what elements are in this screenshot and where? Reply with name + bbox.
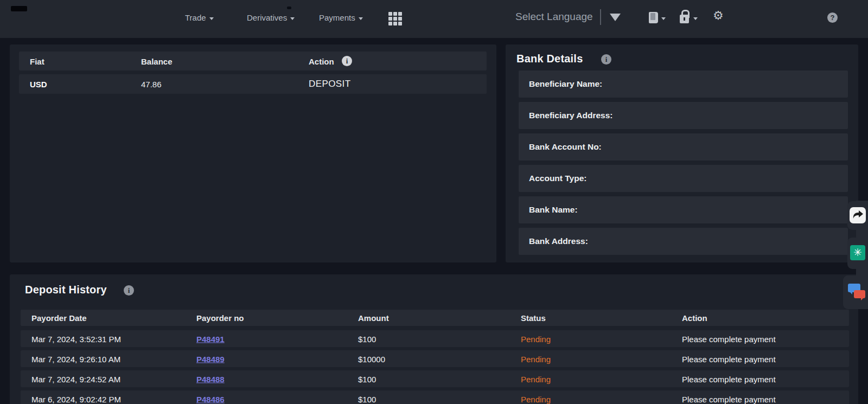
bank-detail-card: Bank Name: (519, 196, 848, 223)
bank-detail-label: Beneficiary Address: (529, 111, 613, 120)
nav-item-derivatives[interactable]: Derivatives (247, 13, 295, 22)
deposit-amount: $100 (358, 334, 376, 343)
fiat-currency: USD (30, 80, 47, 89)
share-redirect-icon[interactable] (850, 207, 866, 223)
deposit-history-row: Mar 7, 2024, 9:24:52 AMP48488$100Pending… (21, 370, 849, 387)
deposit-amount: $100 (358, 374, 376, 383)
fiat-balance-panel: Fiat Balance Action i USD47.86DEPOSIT (10, 44, 496, 262)
status-badge: Pending (521, 354, 551, 363)
redacted-mark (287, 7, 291, 9)
security-lock-icon[interactable] (680, 15, 689, 23)
chatgpt-extension-tab: ✳ (847, 238, 868, 269)
deposit-history-row: Mar 7, 2024, 9:26:10 AMP48489$10000Pendi… (21, 350, 849, 367)
deposit-amount: $10000 (358, 354, 385, 363)
bank-detail-label: Beneficiary Name: (529, 79, 602, 89)
status-col-header: Status (521, 313, 546, 323)
language-selector[interactable]: Select Language (515, 11, 593, 23)
status-badge: Pending (521, 394, 551, 403)
payorder-no-link[interactable]: P48489 (196, 354, 225, 363)
bank-detail-label: Account Type: (529, 174, 587, 183)
deposit-history-title: Deposit History (25, 284, 107, 296)
action-col-header: Action (309, 56, 334, 66)
action-message: Please complete payment (682, 374, 776, 383)
chevron-down-icon (359, 17, 363, 20)
payorder-no-col-header: Payorder no (196, 313, 244, 323)
action-message: Please complete payment (682, 334, 776, 343)
chatgpt-icon[interactable]: ✳ (850, 245, 865, 260)
payorder-date: Mar 6, 2024, 9:02:42 PM (31, 394, 121, 403)
deposit-action-link[interactable]: DEPOSIT (309, 79, 350, 89)
bank-detail-card: Beneficiary Address: (519, 102, 848, 129)
status-badge: Pending (521, 374, 551, 383)
page: TradeDerivativesPayments Select Language… (0, 0, 868, 404)
chevron-down-icon (209, 17, 214, 20)
deposit-history-panel: Deposit History i Payorder Date Payorder… (10, 274, 858, 404)
info-icon[interactable]: i (601, 54, 611, 65)
action-message: Please complete payment (682, 394, 776, 403)
payorder-no-link[interactable]: P48488 (196, 374, 225, 383)
chevron-down-icon[interactable] (661, 17, 666, 20)
fiat-table-row: USD47.86DEPOSIT (19, 74, 487, 94)
chat-extension-tab[interactable] (843, 275, 868, 309)
fiat-table-header: Fiat Balance Action i (19, 52, 487, 70)
payorder-date: Mar 7, 2024, 3:52:31 PM (31, 334, 121, 343)
bank-detail-label: Bank Address: (529, 236, 588, 246)
payorder-date: Mar 7, 2024, 9:26:10 AM (31, 354, 120, 363)
payorder-date: Mar 7, 2024, 9:24:52 AM (31, 374, 120, 383)
status-badge: Pending (521, 334, 551, 343)
payorder-no-link[interactable]: P48491 (196, 334, 225, 343)
fiat-balance-value: 47.86 (141, 80, 162, 89)
payorder-no-link[interactable]: P48486 (196, 394, 225, 403)
nav-item-payments[interactable]: Payments (319, 13, 363, 22)
deposit-table-header: Payorder Date Payorder no Amount Status … (21, 310, 849, 326)
fiat-col-header: Fiat (30, 56, 44, 66)
chat-bubble-icon (854, 290, 865, 298)
bank-details-panel: Bank Details i Beneficiary Name:Benefici… (506, 44, 858, 262)
bank-detail-card: Bank Account No: (519, 133, 848, 161)
deposit-history-row: Mar 6, 2024, 9:02:42 PMP48486$100Pending… (21, 390, 849, 404)
share-extension-tab (847, 201, 868, 230)
deposit-amount: $100 (358, 394, 376, 403)
language-dropdown-icon[interactable] (610, 14, 621, 21)
chevron-down-icon (290, 17, 295, 20)
nav-item-trade[interactable]: Trade (185, 13, 214, 22)
divider (600, 9, 601, 25)
deposit-history-row: Mar 7, 2024, 3:52:31 PMP48491$100Pending… (21, 330, 849, 347)
bank-detail-label: Bank Account No: (529, 142, 602, 152)
bank-detail-card: Beneficiary Name: (519, 70, 848, 98)
info-icon[interactable]: i (124, 285, 134, 296)
nav-item-label: Derivatives (247, 13, 287, 22)
nav-item-label: Payments (319, 13, 355, 22)
site-logo[interactable] (11, 6, 27, 11)
nav-item-label: Trade (185, 13, 206, 22)
action-col-header: Action (682, 313, 707, 323)
bank-detail-card: Account Type: (519, 165, 848, 192)
orders-book-icon[interactable] (649, 12, 658, 23)
chevron-down-icon[interactable] (693, 17, 698, 20)
bank-detail-label: Bank Name: (529, 205, 578, 215)
top-navigation-bar: TradeDerivativesPayments Select Language… (0, 0, 868, 38)
balance-col-header: Balance (141, 56, 173, 66)
action-message: Please complete payment (682, 354, 776, 363)
help-icon[interactable]: ? (827, 12, 838, 23)
settings-gear-icon[interactable]: ⚙ (713, 10, 724, 22)
apps-grid-icon[interactable] (388, 12, 403, 26)
curved-arrow-icon (852, 210, 864, 221)
payorder-date-col-header: Payorder Date (31, 313, 87, 323)
bank-detail-card: Bank Address: (519, 228, 848, 255)
info-icon[interactable]: i (342, 56, 352, 66)
amount-col-header: Amount (358, 313, 389, 323)
bank-details-title: Bank Details (516, 53, 583, 65)
